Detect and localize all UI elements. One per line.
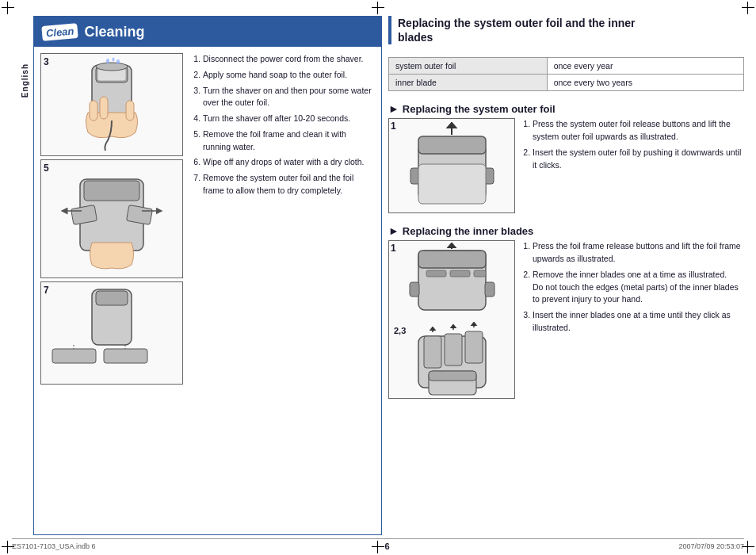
image-label-3: 3 <box>44 56 49 67</box>
svg-rect-26 <box>418 251 486 268</box>
shaver-illustration-5 <box>41 160 182 278</box>
inner-blades-steps: Press the foil frame release buttons and… <box>521 240 744 399</box>
svg-rect-28 <box>485 282 494 297</box>
left-sidebar: English <box>16 16 33 535</box>
inner-blades-image: 1 <box>388 240 515 399</box>
shaver-illustration-7 <box>41 282 182 384</box>
svg-rect-17 <box>104 349 147 363</box>
main-content: Clean Cleaning 3 <box>33 16 744 535</box>
cleaning-step-6: Wipe off any drops of water with a dry c… <box>203 156 375 169</box>
cleaning-image-7: 7 <box>40 281 183 385</box>
svg-point-5 <box>113 58 115 62</box>
svg-rect-29 <box>426 270 446 277</box>
cleaning-header: Clean Cleaning <box>34 17 381 47</box>
schedule-table: system outer foil once every year inner … <box>388 57 744 91</box>
outer-foil-steps: Press the system outer foil release butt… <box>521 118 744 213</box>
schedule-freq-inner-blade: once every two years <box>547 75 743 91</box>
inner-blades-steps-list: Press the foil frame release buttons and… <box>521 240 744 334</box>
svg-rect-15 <box>96 291 128 305</box>
outer-foil-section: ► Replacing the system outer foil 1 <box>388 102 744 220</box>
inner-blades-step-1: Press the foil frame release buttons and… <box>533 240 744 266</box>
svg-point-4 <box>106 59 109 63</box>
footer: ES7101-7103_USA.indb 6 6 2007/07/09 20:5… <box>12 538 744 551</box>
clean-icon: Clean <box>41 23 78 41</box>
inner-blades-section: ► Replacing the inner blades 1 <box>388 224 744 405</box>
cleaning-step-2: Apply some hand soap to the outer foil. <box>203 69 375 82</box>
shaver-svg-7 <box>48 285 175 381</box>
outer-foil-title: ► Replacing the system outer foil <box>388 102 744 115</box>
cleaning-panel: Clean Cleaning 3 <box>33 16 382 535</box>
inner-blades-illustration: 2,3 <box>389 241 514 398</box>
footer-date: 2007/07/09 20:53:07 <box>678 542 744 550</box>
outer-foil-steps-list: Press the system outer foil release butt… <box>521 118 744 171</box>
svg-rect-30 <box>450 270 470 277</box>
cleaning-body: 3 <box>34 47 381 534</box>
inner-blades-image-label-1: 1 <box>391 243 396 254</box>
replacing-main-title: Replacing the system outer foil and the … <box>398 16 744 44</box>
svg-rect-16 <box>52 349 96 363</box>
registration-mark-tr <box>742 2 754 14</box>
inner-blades-step-2: Remove the inner blades one at a time as… <box>533 269 744 306</box>
inner-blades-svg: 2,3 <box>391 243 514 397</box>
cleaning-image-3: 3 <box>40 53 183 156</box>
svg-rect-35 <box>445 334 462 366</box>
cleaning-step-3: Turn the shaver on and then pour some wa… <box>203 85 375 110</box>
cleaning-step-1: Disconnect the power cord from the shave… <box>203 53 375 66</box>
schedule-item-outer-foil: system outer foil <box>389 58 548 75</box>
outer-foil-illustration <box>389 119 514 212</box>
image-label-5: 5 <box>44 163 49 174</box>
cleaning-step-7: Remove the system outer foil and the foi… <box>203 172 375 197</box>
svg-rect-34 <box>424 336 441 368</box>
schedule-item-inner-blade: inner blade <box>389 75 548 91</box>
svg-rect-21 <box>418 136 486 154</box>
inner-blades-content: 1 <box>388 240 744 399</box>
shaver-illustration-3 <box>41 54 182 155</box>
schedule-row-inner-blade: inner blade once every two years <box>389 75 744 91</box>
cleaning-step-4: Turn the shaver off after 10-20 seconds. <box>203 113 375 125</box>
outer-foil-svg <box>391 121 514 212</box>
cleaning-image-5: 5 <box>40 159 183 278</box>
svg-text:2,3: 2,3 <box>394 326 406 335</box>
replacing-header: Replacing the system outer foil and the … <box>388 16 744 44</box>
svg-rect-38 <box>429 371 476 381</box>
svg-rect-27 <box>410 282 419 297</box>
shaver-svg-5 <box>48 163 175 274</box>
svg-rect-7 <box>90 101 97 121</box>
replacing-panel: Replacing the system outer foil and the … <box>388 16 744 535</box>
svg-rect-8 <box>100 97 108 119</box>
svg-point-6 <box>116 59 120 64</box>
schedule-freq-outer-foil: once every year <box>547 58 743 75</box>
arrow-icon-inner: ► <box>388 224 399 237</box>
inner-blades-step-3: Insert the inner blades one at a time un… <box>533 309 744 335</box>
outer-foil-image: 1 <box>388 118 515 213</box>
outer-foil-image-label: 1 <box>391 121 396 132</box>
outer-foil-content: 1 <box>388 118 744 213</box>
svg-rect-11 <box>84 181 139 201</box>
outer-foil-step-2: Insert the system outer foil by pushing … <box>533 147 744 172</box>
inner-blades-title: ► Replacing the inner blades <box>388 224 744 237</box>
cleaning-images-column: 3 <box>40 53 183 528</box>
svg-rect-9 <box>126 101 134 121</box>
svg-rect-31 <box>474 270 486 277</box>
svg-point-3 <box>96 63 128 71</box>
arrow-icon-outer: ► <box>388 102 399 115</box>
cleaning-step-5: Remove the foil frame and clean it with … <box>203 128 375 154</box>
cleaning-title: Cleaning <box>84 24 144 40</box>
schedule-row-outer-foil: system outer foil once every year <box>389 58 744 75</box>
shaver-svg-3 <box>48 57 175 152</box>
svg-rect-24 <box>418 164 486 204</box>
image-label-7: 7 <box>44 285 49 296</box>
svg-rect-36 <box>465 331 483 363</box>
outer-foil-step-1: Press the system outer foil release butt… <box>533 118 744 144</box>
cleaning-steps: Disconnect the power cord from the shave… <box>191 53 375 528</box>
page-number: 6 <box>384 542 389 551</box>
registration-mark-tc <box>372 2 384 14</box>
footer-file-info: ES7101-7103_USA.indb 6 <box>12 542 96 550</box>
language-label: English <box>21 63 29 98</box>
cleaning-steps-list: Disconnect the power cord from the shave… <box>191 53 375 197</box>
registration-mark-tl <box>2 2 14 14</box>
